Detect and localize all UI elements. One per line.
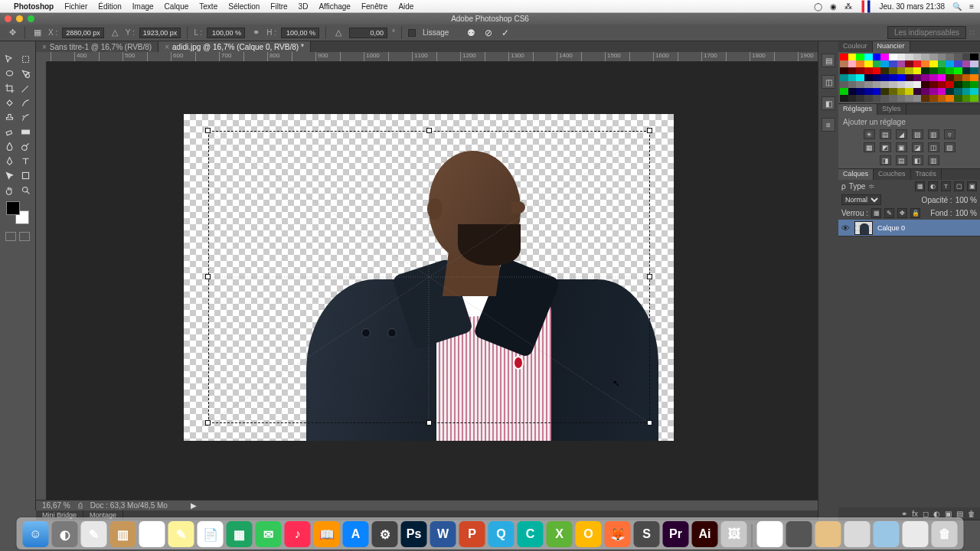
transform-tool-icon[interactable]: ✥: [6, 27, 18, 39]
swatch[interactable]: [880, 67, 889, 74]
transform-handle[interactable]: [647, 420, 652, 425]
vertical-ruler[interactable]: [36, 62, 47, 500]
dock-app-icon[interactable]: Ps: [401, 521, 427, 547]
swatch[interactable]: [856, 67, 864, 74]
dock-app-icon[interactable]: Pr: [663, 521, 689, 547]
adj-icon[interactable]: ▤: [880, 129, 891, 139]
mac-menu-item[interactable]: Fenêtre: [361, 2, 387, 11]
swatch[interactable]: [880, 74, 889, 81]
swatch[interactable]: [946, 74, 954, 81]
swatch[interactable]: [954, 60, 962, 67]
swatch[interactable]: [954, 88, 962, 95]
swatch[interactable]: [873, 88, 881, 95]
menubar-icon[interactable]: ◉: [830, 2, 837, 11]
swatch[interactable]: [873, 67, 881, 74]
transform-handle[interactable]: [647, 274, 652, 279]
swatch[interactable]: [889, 67, 897, 74]
adjustments-tab[interactable]: Réglages: [838, 104, 877, 115]
adj-icon[interactable]: ▧: [944, 142, 956, 152]
swatch[interactable]: [897, 95, 906, 102]
document-canvas[interactable]: ↖: [184, 114, 674, 441]
swatch[interactable]: [897, 67, 906, 74]
swatch[interactable]: [938, 95, 946, 102]
dock-app-icon[interactable]: ▥: [110, 521, 136, 547]
transform-handle[interactable]: [426, 128, 432, 133]
paths-tab[interactable]: Tracés: [911, 169, 942, 180]
adj-icon[interactable]: ▨: [912, 129, 923, 139]
swatch[interactable]: [880, 88, 889, 95]
swatch[interactable]: [954, 81, 962, 88]
antialias-checkbox[interactable]: [408, 29, 416, 37]
free-transform-box[interactable]: [208, 131, 650, 423]
swatch[interactable]: [929, 60, 938, 67]
input-source-flag-icon[interactable]: [861, 0, 870, 12]
swatch[interactable]: [921, 88, 929, 95]
crop-tool[interactable]: [2, 81, 18, 95]
swatch[interactable]: [897, 54, 906, 60]
adj-icon[interactable]: ◢: [896, 129, 907, 139]
swatch[interactable]: [848, 54, 857, 60]
transform-handle[interactable]: [647, 128, 652, 133]
dock-app-icon[interactable]: ◐: [52, 521, 78, 547]
dock-app-icon[interactable]: 🗑: [932, 521, 958, 547]
y-field[interactable]: 1923,00 px: [139, 28, 181, 38]
zoom-level[interactable]: 16,67 %: [42, 501, 70, 510]
swatch[interactable]: [840, 81, 848, 88]
swatch[interactable]: [913, 67, 922, 74]
swatch[interactable]: [856, 54, 864, 60]
swatch[interactable]: [840, 54, 848, 60]
swatch[interactable]: [938, 88, 946, 95]
swatch[interactable]: [864, 95, 873, 102]
adj-icon[interactable]: ◫: [928, 142, 939, 152]
swatch[interactable]: [889, 88, 897, 95]
swatch[interactable]: [929, 95, 938, 102]
adj-icon[interactable]: ▣: [896, 142, 907, 152]
panel-icon[interactable]: ◧: [822, 96, 835, 110]
swatch[interactable]: [897, 88, 906, 95]
mac-menu-item[interactable]: Sélection: [228, 2, 260, 11]
swatch[interactable]: [889, 74, 897, 81]
dock-app-icon[interactable]: [815, 521, 841, 547]
swatch[interactable]: [840, 74, 848, 81]
fill-value[interactable]: 100 %: [956, 209, 977, 217]
shape-tool[interactable]: [18, 168, 34, 182]
swatch[interactable]: [970, 54, 978, 60]
swatch[interactable]: [840, 95, 848, 102]
dock-app-icon[interactable]: 🦊: [605, 521, 631, 547]
swatch[interactable]: [970, 74, 978, 81]
swatch[interactable]: [913, 60, 922, 67]
swatch[interactable]: [905, 54, 913, 60]
artboard-tool[interactable]: [18, 52, 34, 66]
swatch[interactable]: [889, 81, 897, 88]
swatch[interactable]: [897, 74, 906, 81]
new-layer-icon[interactable]: ▤: [956, 510, 963, 518]
swatch[interactable]: [905, 95, 913, 102]
menubar-icon[interactable]: ◯: [814, 2, 822, 11]
cancel-transform-icon[interactable]: ⊘: [485, 28, 492, 38]
move-tool[interactable]: [2, 52, 18, 66]
swatch[interactable]: [864, 54, 873, 60]
panel-icon[interactable]: ≡: [822, 118, 835, 132]
swatch[interactable]: [954, 95, 962, 102]
layer-row[interactable]: 👁 Calque 0: [838, 220, 980, 236]
mac-menu-item[interactable]: Affichage: [318, 2, 351, 11]
warp-mode-icon[interactable]: ⚉: [467, 28, 475, 38]
transform-handle[interactable]: [205, 274, 211, 279]
fx-icon[interactable]: fx: [912, 510, 918, 518]
swatch[interactable]: [913, 95, 922, 102]
swatch[interactable]: [970, 67, 978, 74]
swatch[interactable]: [921, 81, 929, 88]
swatch[interactable]: [905, 67, 913, 74]
swatch[interactable]: [864, 81, 873, 88]
link-layers-icon[interactable]: ⚭: [901, 510, 907, 518]
lasso-tool[interactable]: [2, 67, 18, 80]
swatch[interactable]: [897, 60, 906, 67]
color-tab[interactable]: Couleur: [838, 41, 873, 52]
quickmask-toggle[interactable]: [5, 232, 16, 241]
eraser-tool[interactable]: [2, 125, 18, 139]
swatch[interactable]: [873, 60, 881, 67]
swatch[interactable]: [905, 60, 913, 67]
swatch[interactable]: [921, 95, 929, 102]
mac-menu-item[interactable]: Texte: [199, 2, 217, 11]
swatch[interactable]: [921, 54, 929, 60]
